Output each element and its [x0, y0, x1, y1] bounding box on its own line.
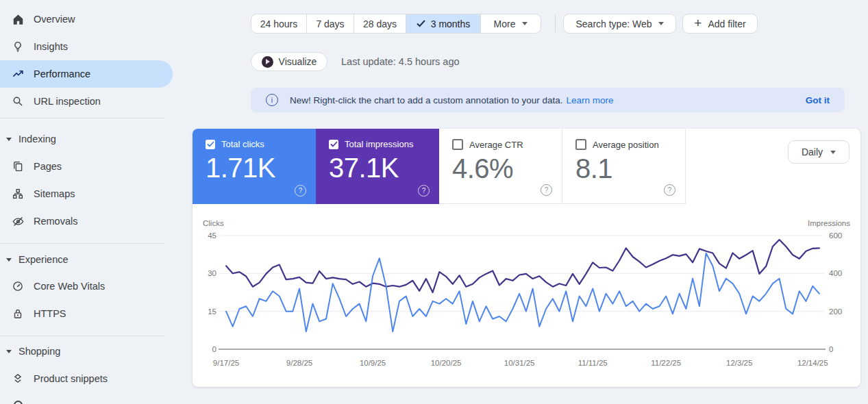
chart-tick-label: 11/11/25 [578, 359, 608, 367]
checkbox-checked-icon[interactable] [206, 140, 215, 149]
sidebar-section-indexing[interactable]: Indexing [0, 127, 173, 151]
visualize-icon [262, 56, 273, 68]
toolbar-divider [555, 15, 556, 32]
metric-card-total-clicks[interactable]: Total clicks 1.71K ? [193, 129, 316, 204]
tab-label: 28 days [363, 18, 397, 29]
lightbulb-icon [11, 40, 25, 53]
chart-tick-label: Clicks [203, 219, 224, 227]
chevron-down-icon [830, 151, 836, 154]
sidebar-section-shopping[interactable]: Shopping [0, 340, 173, 363]
chart-tick-label: 0 [829, 345, 833, 353]
sidebar-item-label: URL inspection [34, 96, 101, 107]
sidebar-item-url-inspection[interactable]: URL inspection [0, 88, 173, 115]
metric-card-total-impressions[interactable]: Total impressions 37.1K ? [316, 129, 439, 204]
tab-3-months[interactable]: 3 months [406, 14, 481, 33]
visualize-label: Visualize [279, 56, 317, 67]
checkbox-checked-icon[interactable] [329, 140, 338, 149]
sidebar-item-label: HTTPS [34, 308, 66, 319]
sidebar-item-https[interactable]: HTTPS [0, 300, 173, 327]
sidebar-section-experience[interactable]: Experience [0, 248, 173, 271]
chevron-down-icon [522, 22, 528, 25]
chevron-down-icon [6, 258, 12, 262]
sidebar-divider [0, 243, 164, 244]
performance-chart[interactable]: 453015060040020009/17/259/28/2510/9/2510… [193, 205, 860, 379]
metric-label: Average CTR [469, 140, 523, 150]
metric-card-average-ctr[interactable]: Average CTR 4.6% ? [439, 129, 562, 204]
tab-label: 3 months [431, 18, 471, 29]
tab-label: More [494, 18, 516, 29]
section-header-label: Indexing [18, 134, 56, 144]
chart-tick-label: 0 [212, 345, 216, 353]
tab-28-days[interactable]: 28 days [354, 14, 406, 33]
chart-tick-label: 15 [208, 307, 216, 316]
chart-tick-label: 10/20/25 [431, 359, 462, 367]
metric-value: 8.1 [575, 153, 685, 184]
tab-label: 24 hours [260, 18, 297, 29]
chart-tick-label: Impressions [808, 219, 850, 227]
sidebar-item-performance[interactable]: Performance [0, 60, 173, 88]
sidebar-item-label: Core Web Vitals [34, 281, 105, 292]
checkbox-unchecked-icon[interactable] [575, 139, 586, 150]
chevron-down-icon [6, 350, 12, 353]
chart-tick-label: 600 [829, 231, 842, 240]
visualize-button[interactable]: Visualize [251, 52, 327, 71]
layers-icon [11, 372, 25, 386]
plus-icon: + [694, 16, 702, 29]
granularity-dropdown[interactable]: Daily [788, 140, 850, 164]
clicks-line [226, 253, 819, 331]
sidebar-item-product-snippets[interactable]: Product snippets [0, 365, 173, 392]
chart-tick-label: 10/31/25 [504, 359, 535, 367]
sidebar-divider [0, 118, 164, 118]
chart-tick-label: 400 [829, 269, 842, 277]
tab-more[interactable]: More [481, 14, 541, 33]
sidebar-item-label: Performance [34, 68, 90, 79]
section-header-label: Shopping [18, 346, 60, 357]
info-icon: i [266, 94, 278, 106]
last-update-text: Last update: 4.5 hours ago [341, 52, 460, 71]
chart-tick-label: 9/17/25 [213, 359, 239, 367]
sidebar-item-label: Pages [34, 161, 62, 172]
chart-tick-label: 10/9/25 [360, 359, 386, 367]
tab-24-hours[interactable]: 24 hours [251, 14, 307, 33]
chart-tick-label: 45 [208, 231, 216, 240]
speedometer-icon [11, 279, 25, 293]
banner-text: New! Right-click the chart to add a cust… [290, 95, 562, 105]
help-icon[interactable]: ? [418, 185, 430, 197]
performance-panel: Total clicks 1.71K ? Total impressions 3… [193, 129, 860, 387]
chart-tick-label: 12/3/25 [726, 359, 752, 367]
chart-tick-label: 30 [208, 269, 216, 277]
sidebar-item-pages[interactable]: Pages [0, 153, 173, 180]
sidebar-item-core-web-vitals[interactable]: Core Web Vitals [0, 273, 173, 300]
metric-label: Total impressions [345, 139, 413, 149]
sidebar-item-sitemaps[interactable]: Sitemaps [0, 180, 173, 207]
granularity-label: Daily [802, 147, 823, 157]
annotation-banner: i New! Right-click the chart to add a cu… [251, 88, 845, 112]
metric-card-average-position[interactable]: Average position 8.1 ? [562, 129, 686, 204]
sidebar-item-insights[interactable]: Insights [0, 33, 173, 60]
checkbox-unchecked-icon[interactable] [452, 139, 463, 150]
trending-up-icon [11, 67, 25, 81]
magnifier-icon [11, 94, 25, 108]
chevron-down-icon [658, 22, 664, 25]
learn-more-link[interactable]: Learn more [566, 95, 613, 105]
sidebar-item-overview[interactable]: Overview [0, 5, 173, 33]
add-filter-label: Add filter [708, 18, 745, 29]
sidebar-item-label: Removals [34, 216, 77, 227]
lock-icon [11, 307, 25, 320]
sidebar-item-partial-icon [14, 401, 23, 404]
help-icon[interactable]: ? [664, 184, 675, 196]
add-filter-button[interactable]: + Add filter [682, 14, 758, 34]
chart-tick-label: 200 [829, 307, 842, 316]
tab-7-days[interactable]: 7 days [307, 14, 354, 33]
sitemap-icon [11, 187, 25, 201]
metric-label: Total clicks [221, 139, 264, 149]
sidebar-divider [0, 336, 164, 336]
impressions-line [226, 240, 819, 292]
help-icon[interactable]: ? [295, 185, 306, 197]
section-header-label: Experience [18, 254, 69, 265]
search-type-dropdown[interactable]: Search type: Web [563, 14, 676, 34]
chart-tick-label: 11/22/25 [651, 359, 681, 367]
got-it-button[interactable]: Got it [806, 95, 830, 105]
sidebar-item-removals[interactable]: Removals [0, 207, 173, 235]
help-icon[interactable]: ? [541, 184, 552, 196]
